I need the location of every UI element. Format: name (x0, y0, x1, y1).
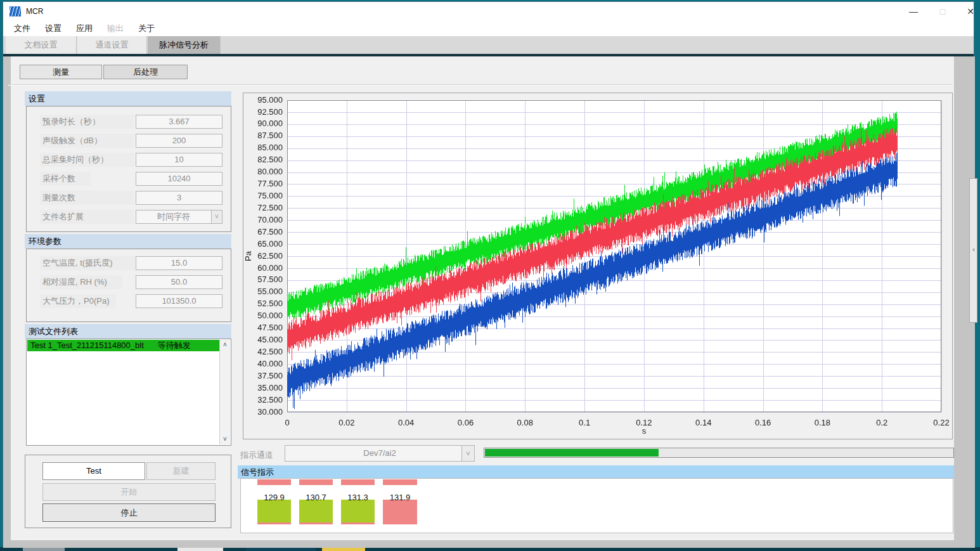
postprocess-button[interactable]: 后处理 (103, 65, 188, 79)
chevron-down-icon[interactable]: ˅ (461, 446, 474, 461)
menu-bar: 文件 设置 应用 输出 关于 (3, 21, 974, 36)
tab-channel-settings[interactable]: 通道设置 (77, 36, 147, 54)
measure-button[interactable]: 测量 (20, 65, 102, 79)
window-title: MCR (26, 2, 43, 21)
maximize-button-icon[interactable]: □ (932, 2, 953, 21)
field-prerecord-duration[interactable]: 3.667 (136, 115, 222, 129)
taskbar-icon (322, 548, 365, 551)
minimize-button-icon[interactable]: — (903, 2, 924, 21)
field-humidity[interactable]: 50.0 (136, 275, 222, 289)
signal-topbar (383, 479, 417, 485)
field-label-air-temp: 空气温度, t(摄氏度) (40, 256, 135, 270)
collapse-panel-handle[interactable]: ‹ (969, 178, 977, 323)
scroll-up-icon[interactable]: ˄ (220, 340, 230, 350)
environment-section-title: 环境参数 (25, 234, 231, 249)
acquisition-progress-bar (484, 448, 954, 458)
signal-block (257, 500, 291, 524)
left-margin (3, 56, 11, 540)
mcr-app-icon (10, 6, 21, 16)
signal-topbar (341, 479, 375, 485)
start-button[interactable]: 开始 (42, 483, 216, 501)
signal-value: 129.9 (257, 493, 291, 502)
indicator-channel-label: 指示通道 (240, 450, 285, 460)
signal-value: 131.3 (341, 493, 375, 502)
scroll-down-icon[interactable]: ˅ (220, 434, 230, 444)
filename-ext-value: 时间字符 (157, 212, 190, 221)
taskbar-icon (177, 548, 223, 551)
signal-block (383, 500, 417, 524)
field-label-trigger-level: 声级触发（dB） (40, 134, 134, 148)
menu-apply[interactable]: 应用 (73, 23, 96, 34)
test-name-input[interactable]: Test (42, 462, 145, 480)
tab-document-settings[interactable]: 文档设置 (6, 36, 77, 54)
taskbar-icon (246, 548, 316, 551)
signal-topbar (257, 479, 291, 485)
field-measure-times[interactable]: 3 (136, 191, 222, 205)
indicator-channel-value: Dev7/ai2 (363, 448, 396, 458)
menu-output: 输出 (104, 23, 127, 34)
signal-block (299, 500, 333, 524)
signal-block (341, 500, 375, 524)
graph-panel (243, 93, 953, 439)
field-total-time[interactable]: 10 (136, 153, 222, 167)
new-button[interactable]: 新建 (146, 462, 216, 480)
field-air-temp[interactable]: 15.0 (136, 256, 222, 270)
signal-value: 131.9 (383, 493, 417, 502)
field-pressure[interactable]: 101350.0 (136, 294, 222, 308)
title-bar[interactable]: MCR — □ ✕ (3, 2, 974, 21)
field-sample-count[interactable]: 10240 (136, 172, 222, 186)
app-window: MCR — □ ✕ 文件 设置 应用 输出 关于 文档设置 通道设置 脉冲信号分… (3, 1, 974, 547)
bottom-margin (3, 540, 975, 548)
field-label-prerecord: 预录时长（秒） (40, 115, 134, 129)
taskbar-icon (23, 548, 65, 551)
stop-button[interactable]: 停止 (42, 503, 216, 522)
filename-ext-dropdown[interactable]: 时间字符 ˅ (136, 210, 222, 224)
menu-file[interactable]: 文件 (11, 23, 34, 34)
tab-pulse-signal-analysis[interactable]: 脉冲信号分析 (148, 36, 221, 54)
tab-strip: 文档设置 通道设置 脉冲信号分析 (3, 36, 974, 54)
menu-settings[interactable]: 设置 (42, 23, 65, 34)
field-label-measure-times: 测量次数 (40, 191, 134, 205)
close-button-icon[interactable]: ✕ (960, 2, 980, 21)
chevron-down-icon[interactable]: ˅ (211, 211, 222, 223)
desktop: MCR — □ ✕ 文件 设置 应用 输出 关于 文档设置 通道设置 脉冲信号分… (0, 0, 980, 551)
progress-fill (485, 449, 659, 457)
field-label-sample-count: 采样个数 (40, 172, 91, 186)
pulse-signal-chart (243, 93, 952, 439)
signal-value: 130.7 (299, 493, 333, 502)
collapse-arrow-icon: ‹ (970, 245, 977, 253)
file-list-scrollbar[interactable]: ˄ ˅ (219, 340, 230, 444)
test-file-list[interactable]: Test 1_Test_211215114800_blt等待触发 ˄ ˅ (26, 339, 231, 446)
file-status-badge: 等待触发 (158, 340, 191, 350)
file-list-section-title: 测试文件列表 (25, 324, 231, 339)
menu-about[interactable]: 关于 (135, 23, 158, 34)
file-name: Test 1_Test_211215114800_blt (30, 340, 144, 350)
indicator-channel-dropdown[interactable]: Dev7/ai2 ˅ (285, 445, 475, 462)
field-label-pressure: 大气压力，P0(Pa) (40, 294, 116, 308)
signal-section-title: 信号指示 (238, 465, 954, 479)
signal-topbar (299, 479, 333, 485)
field-trigger-level[interactable]: 200 (136, 134, 222, 148)
file-list-row[interactable]: Test 1_Test_211215114800_blt等待触发 (27, 340, 221, 351)
field-label-total-time: 总采集时间（秒） (40, 153, 134, 167)
settings-section-title: 设置 (25, 91, 231, 106)
field-label-filename-ext: 文件名扩展 (40, 210, 134, 224)
divider (8, 84, 953, 86)
field-label-humidity: 相对湿度, RH (%) (40, 275, 122, 289)
tab-divider (3, 54, 974, 56)
